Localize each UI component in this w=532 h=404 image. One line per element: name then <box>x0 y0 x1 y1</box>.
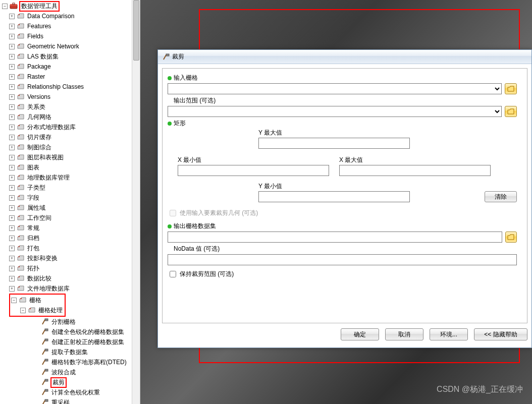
tree-item[interactable]: +常规 <box>2 223 140 233</box>
tree-item[interactable]: +归档 <box>2 233 140 243</box>
tree-item[interactable]: +Features <box>2 21 140 31</box>
expand-icon[interactable]: + <box>9 276 15 281</box>
browse-button[interactable] <box>505 232 517 243</box>
tree-tool-label: 创建正射校正的栅格数据集 <box>50 338 125 347</box>
expand-icon[interactable]: + <box>9 215 15 221</box>
tree-item[interactable]: +几何网络 <box>2 112 140 122</box>
output-extent-combo[interactable] <box>168 106 502 117</box>
tree-scrollbar[interactable] <box>132 0 140 404</box>
maintain-extent-checkbox[interactable] <box>170 271 176 277</box>
svg-line-76 <box>42 380 45 385</box>
expand-icon[interactable]: + <box>9 54 15 60</box>
tree-root-datamgmt[interactable]: − 数据管理工具 <box>2 1 140 11</box>
clear-button[interactable]: 清除 <box>485 191 517 202</box>
tree-item[interactable]: +子类型 <box>2 183 140 193</box>
tree-item[interactable]: +制图综合 <box>2 142 140 152</box>
tree-tool-item[interactable]: 裁剪 <box>2 377 140 387</box>
collapse-icon[interactable]: − <box>11 298 17 303</box>
tree-item[interactable]: +图层和表视图 <box>2 152 140 162</box>
ok-button[interactable]: 确定 <box>341 328 379 340</box>
expand-icon[interactable]: + <box>9 225 15 231</box>
tree-item[interactable]: +投影和变换 <box>2 253 140 263</box>
tree-item-raster-processing[interactable]: − 栅格处理 <box>11 305 64 315</box>
collapse-icon[interactable]: − <box>2 4 8 9</box>
cancel-button[interactable]: 取消 <box>385 328 423 340</box>
tree-item[interactable]: +工作空间 <box>2 213 140 223</box>
tree-item[interactable]: +Package <box>2 62 140 72</box>
tree-item[interactable]: +Fields <box>2 31 140 41</box>
tree-item[interactable]: +打包 <box>2 243 140 253</box>
tree-item[interactable]: +属性域 <box>2 203 140 213</box>
expand-icon[interactable]: + <box>9 104 15 110</box>
expand-icon[interactable]: + <box>9 185 15 191</box>
expand-icon[interactable]: + <box>9 14 15 19</box>
x-min-input[interactable] <box>178 165 329 176</box>
expand-icon[interactable]: + <box>9 125 15 130</box>
expand-icon[interactable]: + <box>9 286 15 292</box>
dialog-titlebar[interactable]: 裁剪 <box>158 50 531 64</box>
tree-tool-item[interactable]: 分割栅格 <box>2 317 140 327</box>
tree-tool-item[interactable]: 创建全色锐化的栅格数据集 <box>2 327 140 337</box>
tree-item-raster-group[interactable]: − 栅格 <box>11 295 64 305</box>
expand-icon[interactable]: + <box>9 175 15 181</box>
tree-item[interactable]: +关系类 <box>2 102 140 112</box>
expand-icon[interactable]: + <box>9 236 15 241</box>
expand-icon[interactable]: + <box>9 256 15 261</box>
tree-item[interactable]: +图表 <box>2 162 140 172</box>
expand-icon[interactable]: + <box>9 205 15 211</box>
tree-tool-item[interactable]: 重采样 <box>2 397 140 404</box>
toolset-icon <box>17 224 25 232</box>
catalog-tree[interactable]: − 数据管理工具 +Data Comparison+Features+Field… <box>0 0 140 404</box>
expand-icon[interactable]: + <box>9 74 15 80</box>
tree-item[interactable]: +Data Comparison <box>2 11 140 21</box>
toolset-icon <box>17 204 25 212</box>
expand-icon[interactable]: + <box>9 195 15 201</box>
browse-button[interactable] <box>505 83 517 94</box>
tree-item[interactable]: +分布式地理数据库 <box>2 122 140 132</box>
collapse-icon[interactable]: − <box>20 308 26 313</box>
tree-item[interactable]: +切片缓存 <box>2 132 140 142</box>
input-raster-combo[interactable] <box>168 83 502 94</box>
tree-item[interactable]: +Relationship Classes <box>2 82 140 92</box>
tree-item[interactable]: +LAS 数据集 <box>2 51 140 62</box>
maintain-extent-row[interactable]: 保持裁剪范围 (可选) <box>168 269 517 279</box>
browse-button[interactable] <box>505 106 517 117</box>
tree-tool-item[interactable]: 计算全色锐化权重 <box>2 387 140 397</box>
x-max-input[interactable] <box>339 165 491 176</box>
tree-tool-item[interactable]: 提取子数据集 <box>2 347 140 357</box>
tree-tool-item[interactable]: 创建正射校正的栅格数据集 <box>2 337 140 347</box>
tree-item[interactable]: +数据比较 <box>2 273 140 283</box>
tree-tool-item[interactable]: 栅格转数字地形高程(DTED) <box>2 357 140 367</box>
tree-item[interactable]: +字段 <box>2 193 140 203</box>
svg-rect-67 <box>45 339 48 341</box>
nodata-input[interactable] <box>168 254 517 265</box>
expand-icon[interactable]: + <box>9 165 15 170</box>
tree-item[interactable]: +拓扑 <box>2 263 140 273</box>
expand-icon[interactable]: + <box>9 246 15 251</box>
tree-item[interactable]: +Versions <box>2 92 140 102</box>
tree-tool-item[interactable]: 波段合成 <box>2 367 140 377</box>
y-max-input[interactable] <box>258 138 410 149</box>
expand-icon[interactable]: + <box>9 64 15 70</box>
expand-icon[interactable]: + <box>9 266 15 271</box>
tree-item[interactable]: +Raster <box>2 72 140 82</box>
expand-icon[interactable]: + <box>9 135 15 140</box>
expand-icon[interactable]: + <box>9 84 15 90</box>
hammer-icon <box>41 348 49 356</box>
expand-icon[interactable]: + <box>9 145 15 150</box>
expand-icon[interactable]: + <box>9 114 15 120</box>
hammer-icon <box>41 338 49 346</box>
y-min-input[interactable] <box>258 191 410 202</box>
hide-help-button[interactable]: << 隐藏帮助 <box>474 328 527 340</box>
tree-item[interactable]: +文件地理数据库 <box>2 283 140 294</box>
expand-icon[interactable]: + <box>9 94 15 100</box>
tree-item[interactable]: +地理数据库管理 <box>2 172 140 183</box>
tree-item[interactable]: +Geometric Network <box>2 41 140 51</box>
environments-button[interactable]: 环境... <box>430 328 468 340</box>
expand-icon[interactable]: + <box>9 44 15 49</box>
expand-icon[interactable]: + <box>9 34 15 39</box>
expand-icon[interactable]: + <box>9 155 15 160</box>
scrollbar-thumb[interactable] <box>133 0 139 61</box>
expand-icon[interactable]: + <box>9 24 15 29</box>
output-raster-input[interactable] <box>168 232 502 243</box>
